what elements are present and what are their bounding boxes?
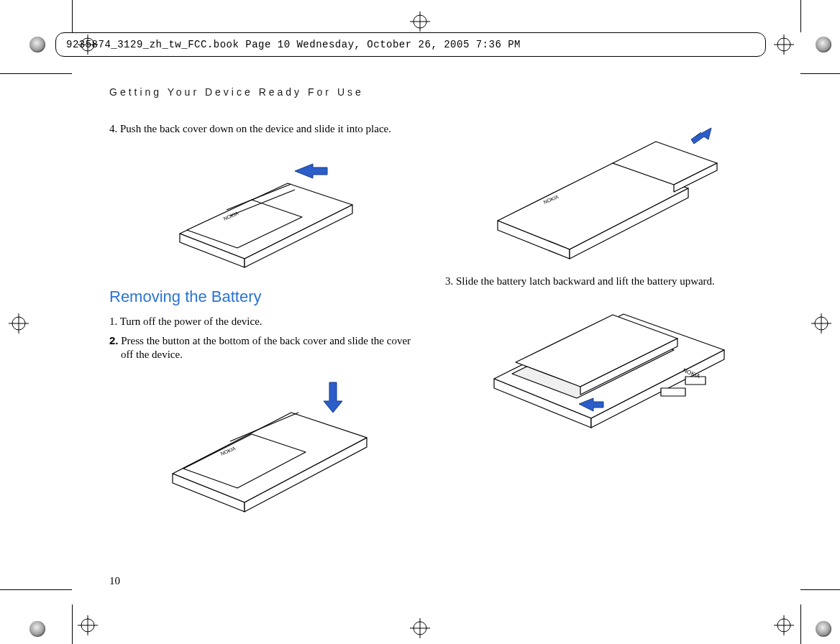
step-1: 1. Turn off the power of the device. [109,315,422,329]
page-number: 10 [109,575,120,587]
svg-marker-23 [691,128,711,144]
reg-disc-icon [29,621,45,637]
reg-mark-icon [78,34,98,55]
trim-line [72,604,73,644]
step-2-text: Press the button at the bottom of the ba… [119,335,411,361]
trim-line [800,589,840,590]
illustration-back-cover-down: NOKIA [109,144,422,273]
trim-line [0,73,72,74]
step-2: 2. Press the button at the bottom of the… [109,334,422,363]
trim-line [800,73,840,74]
step-2-num: 2. [109,334,119,346]
print-header-text: 9235874_3129_zh_tw_FCC.book Page 10 Wedn… [66,39,521,50]
reg-mark-icon [811,313,831,334]
illustration-slide-cover-off: NOKIA [445,124,758,267]
reg-disc-icon [29,37,45,52]
reg-mark-icon [9,313,29,334]
reg-mark-icon [78,615,98,635]
section-header: Getting Your Device Ready For Use [109,86,760,98]
sub-heading-removing-battery: Removing the Battery [109,288,422,306]
print-header: 9235874_3129_zh_tw_FCC.book Page 10 Wedn… [55,32,766,57]
trim-line [800,604,801,644]
arrow-upright-icon [691,128,711,144]
illustration-lift-battery: NOKIA [445,296,758,447]
illustration-press-button-slide: NOKIA [109,369,422,520]
trim-line [72,0,73,32]
arrow-left-icon [295,164,327,178]
step-4: 4. Push the back cover down on the devic… [109,122,422,137]
reg-mark-icon [774,34,794,55]
svg-marker-16 [324,382,342,413]
trim-line [0,589,72,590]
column-left: 4. Push the back cover down on the devic… [109,118,422,528]
reg-mark-icon [410,618,430,638]
svg-marker-9 [295,164,327,178]
svg-rect-31 [661,388,685,396]
step-3: 3. Slide the battery latch backward and … [445,275,758,289]
column-right: NOKIA 3. Slide the battery latch backwar… [445,118,758,528]
trim-line [800,0,801,32]
page-content: Getting Your Device Ready For Use 4. Pus… [109,86,760,528]
reg-mark-icon [774,615,794,635]
reg-disc-icon [816,621,831,637]
reg-disc-icon [816,37,831,52]
reg-mark-icon [410,12,430,32]
arrow-down-icon [324,382,342,413]
